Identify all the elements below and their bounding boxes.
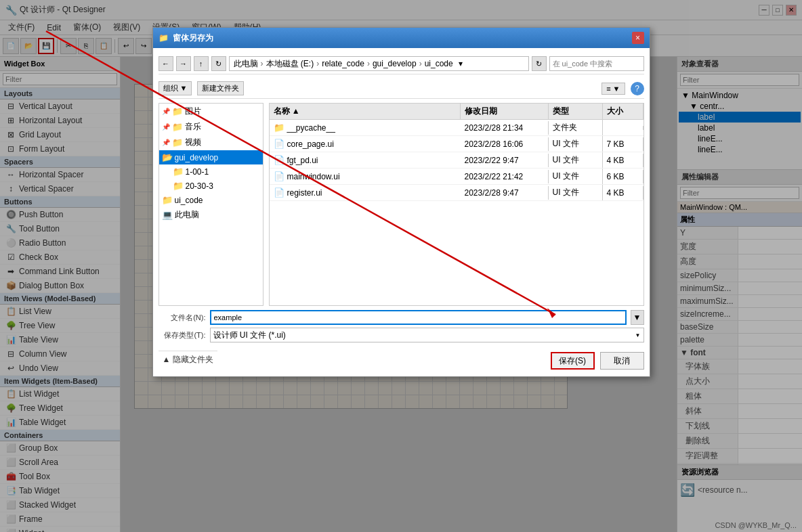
file-row-pycache[interactable]: 📁__pycache__ 2023/2/28 21:34 文件夹 [270, 120, 643, 136]
videos-icon: 📁 [172, 137, 183, 148]
save-dialog: 📁 窗体另存为 × ← → ↑ ↻ 此电脑 › 本地磁盘 (E:) › rela… [152, 27, 650, 377]
cancel-dialog-button[interactable]: 取消 [600, 352, 644, 370]
breadcrumb-refresh-button[interactable]: ↻ [532, 56, 547, 71]
col-type[interactable]: 类型 [549, 104, 603, 119]
folder-tree: 📌 📁 图片 📌 📁 音乐 📌 📁 视频 [159, 103, 263, 306]
tree-item-20-30-3[interactable]: 📁 20-30-3 [159, 179, 263, 193]
pin-icon-3: 📌 [162, 139, 170, 146]
dialog-footer: ▲ 隐藏文件夹 保存(S) 取消 [159, 345, 644, 371]
tree-item-videos[interactable]: 📌 📁 视频 [159, 135, 263, 150]
tree-item-music[interactable]: 📌 📁 音乐 [159, 119, 263, 135]
dialog-title-text: 📁 窗体另存为 [159, 32, 213, 44]
core-page-icon: 📄 [274, 139, 284, 149]
file-list: 名称 ▲ 修改日期 类型 大小 📁__pycache__ 2023/2/28 2… [269, 103, 644, 306]
dialog-overlay: 📁 窗体另存为 × ← → ↑ ↻ 此电脑 › 本地磁盘 (E:) › rela… [0, 0, 802, 532]
filename-input[interactable] [210, 310, 627, 325]
nav-up-button[interactable]: ↑ [194, 56, 209, 71]
file-row-fgt-pd[interactable]: 📄fgt_pd.ui 2023/2/22 9:47 UI 文件 4 KB [270, 152, 643, 169]
subfolder-2-icon: 📁 [173, 181, 184, 191]
this-computer-icon: 💻 [162, 210, 173, 220]
col-size[interactable]: 大小 [603, 104, 643, 119]
dialog-bottom: 文件名(N): ▼ 保存类型(T): 设计师 UI 文件 (*.ui) ▼ [159, 306, 644, 345]
dialog-content: 📌 📁 图片 📌 📁 音乐 📌 📁 视频 [159, 103, 644, 306]
tree-item-pictures[interactable]: 📌 📁 图片 [159, 104, 263, 119]
tree-item-ui-code[interactable]: 📁 ui_code [159, 193, 263, 207]
nav-back-button[interactable]: ← [159, 56, 173, 71]
file-row-register[interactable]: 📄register.ui 2023/2/28 9:47 UI 文件 4 KB [270, 185, 643, 201]
file-row-mainwindow[interactable]: 📄mainwindow.ui 2023/2/22 21:42 UI 文件 6 K… [270, 169, 643, 185]
col-date[interactable]: 修改日期 [461, 104, 549, 119]
filetype-row: 保存类型(T): 设计师 UI 文件 (*.ui) ▼ [159, 328, 644, 342]
filename-dropdown-btn[interactable]: ▼ [631, 310, 644, 325]
new-folder-button[interactable]: 新建文件夹 [197, 81, 244, 95]
dialog-body: ← → ↑ ↻ 此电脑 › 本地磁盘 (E:) › relate_code › … [153, 48, 650, 376]
filetype-dropdown[interactable]: 设计师 UI 文件 (*.ui) ▼ [210, 328, 644, 342]
file-row-core-page[interactable]: 📄core_page.ui 2023/2/28 16:06 UI 文件 7 KB [270, 136, 643, 152]
mainwindow-icon: 📄 [274, 171, 284, 181]
breadcrumb: 此电脑 › 本地磁盘 (E:) › relate_code › gui_deve… [229, 56, 529, 71]
view-button[interactable]: ≡ ▼ [602, 83, 625, 95]
col-name[interactable]: 名称 ▲ [270, 104, 461, 119]
music-icon: 📁 [172, 122, 183, 132]
tree-item-1-00-1[interactable]: 📁 1-00-1 [159, 164, 263, 179]
filetype-label: 保存类型(T): [159, 330, 206, 340]
tree-item-gui-develop[interactable]: 📂 gui_develop [159, 150, 263, 164]
organize-button[interactable]: 组织 ▼ [159, 81, 192, 95]
dialog-nav: ← → ↑ ↻ 此电脑 › 本地磁盘 (E:) › relate_code › … [159, 53, 644, 74]
nav-refresh-button[interactable]: ↻ [211, 56, 226, 71]
subfolder-1-icon: 📁 [173, 167, 184, 177]
search-input[interactable] [549, 56, 644, 71]
help-button[interactable]: ? [631, 82, 644, 95]
pycache-icon: 📁 [274, 123, 284, 133]
gui-develop-icon: 📂 [162, 152, 173, 162]
dialog-toolbar: 组织 ▼ 新建文件夹 ≡ ▼ ? [159, 79, 644, 99]
register-icon: 📄 [274, 187, 284, 198]
filename-row: 文件名(N): ▼ [159, 310, 644, 325]
file-list-header: 名称 ▲ 修改日期 类型 大小 [270, 104, 643, 120]
filename-label: 文件名(N): [159, 313, 206, 323]
tree-item-this-computer[interactable]: 💻 此电脑 [159, 207, 263, 223]
folder-icon: 📁 [172, 106, 183, 116]
fgt-pd-icon: 📄 [274, 155, 284, 165]
ui-code-icon: 📁 [162, 195, 173, 205]
hide-folder-toggle[interactable]: ▲ 隐藏文件夹 [159, 351, 217, 368]
nav-forward-button[interactable]: → [176, 56, 191, 71]
dialog-titlebar: 📁 窗体另存为 × [153, 28, 650, 48]
pin-icon-2: 📌 [162, 123, 170, 131]
dialog-close-button[interactable]: × [632, 32, 644, 44]
dialog-folder-icon: 📁 [159, 33, 169, 43]
dialog-buttons: 保存(S) 取消 [551, 348, 644, 371]
save-dialog-button[interactable]: 保存(S) [551, 352, 595, 370]
pin-icon: 📌 [162, 108, 170, 115]
